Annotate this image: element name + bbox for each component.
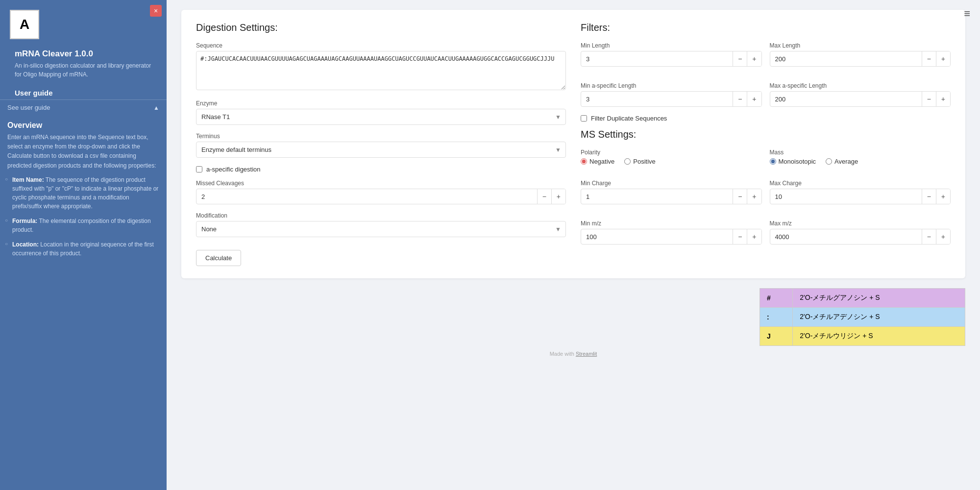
- streamlit-link[interactable]: Streamlit: [576, 351, 597, 357]
- missed-cleavages-label: Missed Cleavages: [196, 180, 566, 187]
- legend-table: # 2'O-メチルグアノシン + S : 2'O-メチルアデノシン + S J …: [760, 288, 965, 346]
- min-charge-decrement[interactable]: −: [733, 189, 747, 204]
- max-charge-stepper: 10 − +: [770, 189, 951, 204]
- mass-radio-group: Monoisotopic Average: [770, 158, 951, 165]
- min-alpha-length-stepper: 3 − +: [581, 91, 762, 107]
- legend-symbol-j: J: [760, 327, 793, 346]
- missed-cleavages-increment[interactable]: +: [551, 189, 565, 204]
- bullet-item-name-bold: Item Name:: [12, 176, 44, 183]
- mass-monoisotopic-label[interactable]: Monoisotopic: [770, 158, 816, 165]
- max-length-decrement[interactable]: −: [922, 51, 936, 66]
- ms-settings-title: MS Settings:: [581, 129, 951, 140]
- hamburger-icon[interactable]: ≡: [964, 7, 970, 20]
- modification-select-wrapper: None 2'-OMe Other ▼: [196, 221, 566, 237]
- min-mz-increment[interactable]: +: [747, 229, 761, 244]
- mass-monoisotopic-radio[interactable]: [770, 158, 776, 165]
- see-user-guide-row[interactable]: See user guide ▲: [0, 99, 167, 115]
- min-alpha-length-value: 3: [581, 92, 733, 106]
- calculate-button[interactable]: Calculate: [196, 250, 241, 266]
- max-alpha-length-decrement[interactable]: −: [922, 92, 936, 106]
- max-mz-stepper: 4000 − +: [770, 229, 951, 245]
- min-charge-increment[interactable]: +: [747, 189, 761, 204]
- terminus-select[interactable]: Enzyme default terminus 5'-OH 3'-OH: [196, 142, 566, 158]
- enzyme-select-wrapper: RNase T1 RNase A RNase H ▼: [196, 109, 566, 125]
- polarity-positive-radio[interactable]: [624, 158, 631, 165]
- min-alpha-length-group: Min a-specific Length 3 − +: [581, 82, 762, 107]
- min-charge-value: 1: [581, 190, 733, 204]
- min-length-group: Min Length 3 − +: [581, 42, 762, 67]
- terminus-group: Terminus Enzyme default terminus 5'-OH 3…: [196, 133, 566, 158]
- polarity-negative-label[interactable]: Negative: [581, 158, 614, 165]
- logo: A: [10, 10, 39, 39]
- polarity-radio-group: Negative Positive: [581, 158, 762, 165]
- max-length-increment[interactable]: +: [936, 51, 950, 66]
- terminus-label: Terminus: [196, 133, 566, 140]
- max-mz-increment[interactable]: +: [936, 229, 950, 244]
- max-mz-decrement[interactable]: −: [922, 229, 936, 244]
- legend-row-colon: : 2'O-メチルアデノシン + S: [760, 308, 965, 327]
- max-length-group: Max Length 200 − +: [770, 42, 951, 67]
- max-mz-label: Max m/z: [770, 220, 951, 227]
- sequence-input[interactable]: #:JGAUCUCACAACUUUAACGUUUUAGAGCUAGAAAUAGC…: [196, 51, 566, 90]
- user-guide-heading: User guide: [7, 86, 159, 99]
- bullet-location-bold: Location:: [12, 241, 39, 248]
- min-length-stepper: 3 − +: [581, 51, 762, 67]
- max-alpha-length-group: Max a-specific Length 200 − +: [770, 82, 951, 107]
- sidebar-description: An in-silico digestion calculator and li…: [7, 61, 159, 86]
- max-charge-value: 10: [770, 190, 922, 204]
- legend-text-hash: 2'O-メチルグアノシン + S: [793, 289, 965, 308]
- ms-settings-grid: Polarity Negative Positive: [581, 149, 951, 252]
- mass-average-label[interactable]: Average: [826, 158, 858, 165]
- max-alpha-length-value: 200: [770, 92, 922, 106]
- sequence-label: Sequence: [196, 42, 566, 49]
- mass-group: Mass Monoisotopic Average: [770, 149, 951, 172]
- legend-row-hash: # 2'O-メチルグアノシン + S: [760, 289, 965, 308]
- polarity-label: Polarity: [581, 149, 762, 156]
- max-charge-decrement[interactable]: −: [922, 189, 936, 204]
- missed-cleavages-group: Missed Cleavages 2 − +: [196, 180, 566, 204]
- filter-duplicates-row: Filter Duplicate Sequences: [581, 115, 951, 122]
- min-alpha-length-decrement[interactable]: −: [733, 92, 747, 106]
- max-charge-increment[interactable]: +: [936, 189, 950, 204]
- modification-select[interactable]: None 2'-OMe Other: [196, 221, 566, 237]
- min-length-decrement[interactable]: −: [733, 51, 747, 66]
- polarity-positive-text: Positive: [633, 158, 656, 165]
- main-content: ≡ Digestion Settings: Sequence #:JGAUCUC…: [167, 0, 980, 490]
- filter-duplicates-checkbox[interactable]: [581, 115, 587, 122]
- alpha-specific-checkbox[interactable]: [196, 166, 202, 172]
- legend-row-j: J 2'O-メチルウリジン + S: [760, 327, 965, 346]
- max-mz-value: 4000: [770, 230, 922, 244]
- sidebar-title: mRNA Cleaver 1.0.0: [7, 49, 159, 61]
- polarity-negative-radio[interactable]: [581, 158, 587, 165]
- missed-cleavages-decrement[interactable]: −: [537, 189, 551, 204]
- main-card: Digestion Settings: Sequence #:JGAUCUCAC…: [181, 10, 965, 278]
- min-length-increment[interactable]: +: [747, 51, 761, 66]
- enzyme-select[interactable]: RNase T1 RNase A RNase H: [196, 109, 566, 125]
- min-alpha-length-increment[interactable]: +: [747, 92, 761, 106]
- legend-text-j: 2'O-メチルウリジン + S: [793, 327, 965, 346]
- max-charge-label: Max Charge: [770, 180, 951, 187]
- max-alpha-length-increment[interactable]: +: [936, 92, 950, 106]
- right-panel: Filters: Min Length 3 − + Max Length 2: [581, 22, 951, 266]
- sidebar-close-button[interactable]: ×: [150, 5, 162, 17]
- legend-symbol-hash: #: [760, 289, 793, 308]
- max-charge-group: Max Charge 10 − +: [770, 180, 951, 204]
- polarity-positive-label[interactable]: Positive: [624, 158, 656, 165]
- missed-cleavages-value: 2: [196, 190, 537, 204]
- filters-grid: Min Length 3 − + Max Length 200 − +: [581, 42, 951, 115]
- min-mz-stepper: 100 − +: [581, 229, 762, 245]
- terminus-select-wrapper: Enzyme default terminus 5'-OH 3'-OH ▼: [196, 142, 566, 158]
- mass-average-radio[interactable]: [826, 158, 832, 165]
- mass-average-text: Average: [834, 158, 858, 165]
- min-mz-decrement[interactable]: −: [733, 229, 747, 244]
- polarity-group: Polarity Negative Positive: [581, 149, 762, 172]
- modification-group: Modification None 2'-OMe Other ▼: [196, 212, 566, 237]
- missed-cleavages-stepper: 2 − +: [196, 189, 566, 204]
- see-user-guide-label: See user guide: [7, 104, 50, 111]
- max-length-label: Max Length: [770, 42, 951, 49]
- max-mz-group: Max m/z 4000 − +: [770, 220, 951, 245]
- max-alpha-length-label: Max a-specific Length: [770, 82, 951, 89]
- bullet-item-name: Item Name: The sequence of the digestion…: [12, 175, 159, 211]
- filter-duplicates-label: Filter Duplicate Sequences: [591, 115, 667, 122]
- footer: Made with Streamlit: [181, 351, 965, 357]
